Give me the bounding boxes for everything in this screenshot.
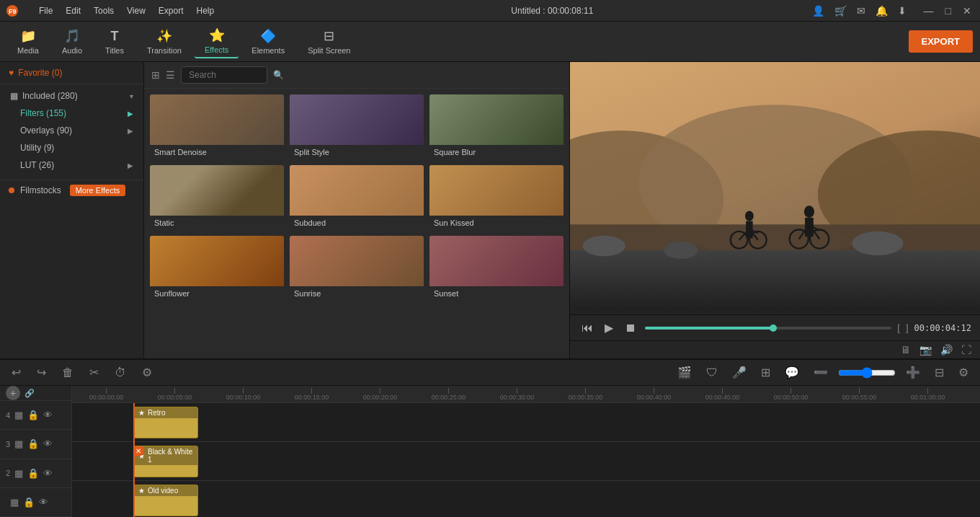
detach-icon[interactable]: ⊞: [757, 364, 775, 381]
layout-icon[interactable]: ⊟: [930, 364, 948, 381]
playhead[interactable]: [133, 403, 135, 517]
ruler-mark: 00:00:10:00: [209, 388, 277, 401]
bracket-in-icon[interactable]: [: [897, 322, 900, 333]
link-icon[interactable]: 🔗: [24, 389, 35, 398]
grid-icon-2[interactable]: ▦: [14, 468, 23, 479]
effect-sunflower[interactable]: Sunflower: [150, 236, 284, 301]
menu-tools[interactable]: Tools: [88, 4, 120, 17]
toolbar-audio[interactable]: 🎵 Audio: [52, 25, 92, 58]
menu-help[interactable]: Help: [191, 4, 220, 17]
redo-button[interactable]: ↪: [32, 364, 50, 381]
stop-button[interactable]: ⏹: [622, 320, 639, 336]
grid-icon-4[interactable]: ▦: [14, 410, 23, 420]
add-track-button[interactable]: +: [6, 386, 20, 400]
play-button[interactable]: ▶: [602, 319, 616, 336]
lock-icon-2[interactable]: 🔒: [27, 468, 39, 479]
menu-view[interactable]: View: [121, 4, 151, 17]
lock-icon-3[interactable]: 🔒: [27, 438, 39, 449]
shield-icon[interactable]: 🛡: [702, 365, 722, 381]
clip-label: Black & White 1: [148, 448, 193, 464]
camera-icon[interactable]: 📷: [919, 344, 932, 355]
subtitle-icon[interactable]: 💬: [780, 364, 803, 381]
settings-icon[interactable]: ⚙: [954, 364, 973, 381]
toolbar-titles[interactable]: T Titles: [95, 26, 134, 58]
cart-icon[interactable]: 🛒: [834, 5, 847, 17]
effect-subdued[interactable]: Subdued: [290, 165, 424, 230]
effect-sunrise[interactable]: Sunrise: [290, 236, 424, 301]
tree-overlays[interactable]: Overlays (90) ▶: [0, 122, 143, 139]
monitor-icon[interactable]: 🖥: [901, 344, 911, 355]
eye-icon-3[interactable]: 👁: [43, 438, 53, 449]
effect-label: Square Blur: [429, 145, 564, 159]
account-icon[interactable]: 👤: [812, 5, 824, 17]
search-icon[interactable]: 🔍: [273, 70, 284, 80]
eye-icon-1[interactable]: 👁: [39, 497, 48, 508]
progress-bar[interactable]: [645, 327, 891, 330]
ruler-mark: 00:00:00:00: [72, 388, 141, 401]
undo-button[interactable]: ↩: [7, 364, 25, 381]
effect-split-style[interactable]: Split Style: [290, 94, 424, 159]
favorite-button[interactable]: ♥ Favorite (0): [0, 62, 143, 84]
bell-icon[interactable]: 🔔: [876, 5, 888, 17]
clip-bw[interactable]: ✕ ★ Black & White 1: [133, 446, 198, 477]
clip-header: ★ Old video: [134, 485, 197, 496]
timeline-ruler[interactable]: 00:00:00:00 00:00:05:00 00:00:10:00 00:0…: [72, 386, 980, 403]
toolbar-effects[interactable]: ⭐ Effects: [195, 25, 239, 58]
search-input[interactable]: [181, 66, 267, 84]
motion-icon[interactable]: 🎬: [673, 364, 696, 381]
eye-icon-4[interactable]: 👁: [43, 410, 53, 420]
toolbar-split-screen[interactable]: ⊟ Split Screen: [298, 25, 360, 58]
mic-icon[interactable]: 🎤: [728, 364, 751, 381]
ruler-mark: 00:00:50:00: [757, 388, 825, 401]
media-icon: 📁: [20, 28, 36, 44]
zoom-slider[interactable]: [838, 367, 896, 379]
toolbar-media[interactable]: 📁 Media: [7, 25, 49, 58]
effect-smart-denoise[interactable]: Smart Denoise: [150, 94, 284, 159]
list-view-icon[interactable]: ☰: [166, 69, 175, 81]
effect-sunset[interactable]: Sunset: [429, 236, 564, 301]
effect-sunkissed[interactable]: Sun Kissed: [429, 165, 564, 230]
toolbar-elements[interactable]: 🔷 Elements: [241, 25, 295, 58]
effect-square-blur[interactable]: Square Blur: [429, 94, 564, 159]
duration-button[interactable]: ⏱: [110, 365, 130, 381]
cut-button[interactable]: ✂: [85, 364, 103, 381]
tree-filters[interactable]: Filters (155) ▶: [0, 105, 143, 122]
grid-icon-3[interactable]: ▦: [14, 438, 23, 449]
grid-view-icon[interactable]: ⊞: [151, 69, 160, 81]
mail-icon[interactable]: ✉: [857, 5, 865, 17]
minimize-button[interactable]: —: [921, 5, 937, 17]
maximize-button[interactable]: □: [943, 5, 954, 17]
adjust-button[interactable]: ⚙: [138, 364, 156, 381]
media-label: Media: [17, 46, 39, 55]
fullscreen-icon[interactable]: ⛶: [961, 344, 971, 355]
tree-lut[interactable]: LUT (26) ▶: [0, 156, 143, 174]
download-icon[interactable]: ⬇: [898, 5, 906, 17]
menu-export[interactable]: Export: [153, 4, 190, 17]
track-num-4: 4: [6, 411, 10, 420]
lock-icon-4[interactable]: 🔒: [27, 410, 39, 420]
menu-file[interactable]: File: [33, 4, 58, 17]
effect-static[interactable]: Static: [150, 165, 284, 230]
close-button[interactable]: ✕: [960, 5, 974, 17]
delete-button[interactable]: 🗑: [58, 365, 78, 381]
track-3-header: 3 ▦ 🔒 👁: [0, 430, 71, 459]
tree-included[interactable]: ▦ Included (280) ▾: [0, 87, 143, 105]
more-effects-button[interactable]: More Effects: [70, 185, 126, 196]
volume-icon[interactable]: 🔊: [940, 344, 953, 355]
minus-icon[interactable]: ➖: [809, 364, 832, 381]
clip-retro[interactable]: ★ Retro: [133, 407, 198, 438]
tree-utility[interactable]: Utility (9): [0, 139, 143, 156]
lock-icon-1[interactable]: 🔒: [23, 497, 35, 508]
toolbar-transition[interactable]: ✨ Transition: [137, 25, 192, 58]
skip-back-button[interactable]: ⏮: [579, 320, 596, 336]
grid-icon-1[interactable]: ▦: [10, 497, 19, 508]
plus-icon[interactable]: ➕: [901, 364, 925, 381]
menu-edit[interactable]: Edit: [60, 4, 86, 17]
bracket-out-icon[interactable]: ]: [906, 322, 909, 333]
preview-toolbar: 🖥 📷 🔊 ⛶: [570, 340, 980, 358]
favorite-label: Favorite (0): [18, 68, 62, 78]
clip-old-video[interactable]: ★ Old video: [133, 485, 198, 516]
effect-label: Split Style: [290, 145, 424, 159]
eye-icon-2[interactable]: 👁: [43, 468, 53, 479]
export-button[interactable]: EXPORT: [909, 30, 973, 53]
